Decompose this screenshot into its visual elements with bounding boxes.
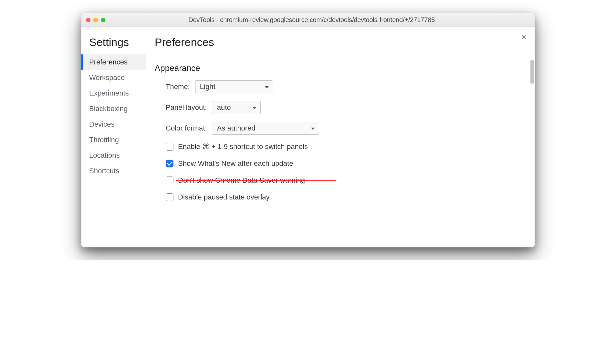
theme-select[interactable]: Light	[195, 80, 273, 93]
window-titlebar: DevTools - chromium-review.googlesource.…	[81, 13, 535, 27]
sidebar-item-label: Shortcuts	[89, 167, 119, 175]
panel-layout-select[interactable]: auto	[212, 101, 261, 114]
theme-value: Light	[200, 83, 216, 91]
color-format-label: Color format:	[166, 124, 207, 132]
sidebar-title: Settings	[81, 33, 146, 54]
sidebar-item-label: Experiments	[89, 89, 129, 97]
checkbox-row-whatsnew: Show What's New after each update	[166, 159, 522, 168]
sidebar-item-locations[interactable]: Locations	[81, 148, 146, 163]
color-format-select[interactable]: As authored	[212, 122, 319, 135]
settings-main: Preferences Appearance Theme: Light Pane…	[146, 27, 535, 247]
sidebar-item-blackboxing[interactable]: Blackboxing	[81, 101, 146, 117]
page-title: Preferences	[155, 36, 522, 56]
window-title: DevTools - chromium-review.googlesource.…	[93, 16, 530, 24]
appearance-heading: Appearance	[155, 63, 522, 73]
sidebar-item-label: Preferences	[89, 58, 128, 66]
sidebar-item-experiments[interactable]: Experiments	[81, 85, 146, 101]
sidebar-item-workspace[interactable]: Workspace	[81, 70, 146, 85]
sidebar-item-shortcuts[interactable]: Shortcuts	[81, 163, 146, 179]
shortcut-checkbox[interactable]	[166, 143, 173, 151]
sidebar-item-throttling[interactable]: Throttling	[81, 132, 146, 148]
datasaver-checkbox[interactable]	[166, 176, 173, 184]
sidebar-item-label: Throttling	[89, 136, 119, 144]
whatsnew-checkbox-label: Show What's New after each update	[178, 159, 293, 168]
theme-label: Theme:	[166, 83, 190, 91]
sidebar-item-label: Devices	[89, 120, 114, 128]
panel-layout-row: Panel layout: auto	[166, 101, 522, 114]
settings-sidebar: Settings Preferences Workspace Experimen…	[81, 27, 146, 247]
checkbox-row-pausedoverlay: Disable paused state overlay	[166, 193, 522, 201]
color-format-value: As authored	[217, 124, 255, 132]
sidebar-item-devices[interactable]: Devices	[81, 117, 146, 132]
strikethrough-annotation	[176, 180, 336, 181]
sidebar-item-label: Blackboxing	[89, 105, 128, 113]
pausedoverlay-checkbox-label: Disable paused state overlay	[178, 193, 270, 201]
app-window: DevTools - chromium-review.googlesource.…	[81, 13, 535, 247]
color-format-row: Color format: As authored	[166, 122, 522, 135]
sidebar-item-label: Workspace	[89, 74, 125, 82]
close-window-button[interactable]	[86, 18, 90, 22]
checkbox-row-shortcut: Enable ⌘ + 1-9 shortcut to switch panels	[166, 142, 522, 151]
sidebar-item-preferences[interactable]: Preferences	[81, 54, 146, 70]
panel-layout-label: Panel layout:	[166, 103, 207, 112]
theme-row: Theme: Light	[166, 80, 522, 93]
shortcut-checkbox-label: Enable ⌘ + 1-9 shortcut to switch panels	[178, 142, 308, 151]
settings-content: × Settings Preferences Workspace Experim…	[81, 27, 535, 247]
panel-layout-value: auto	[217, 103, 231, 111]
pausedoverlay-checkbox[interactable]	[166, 193, 173, 201]
whatsnew-checkbox[interactable]	[166, 160, 173, 167]
checkbox-row-datasaver: Don't show Chrome Data Saver warning	[166, 176, 328, 185]
sidebar-item-label: Locations	[89, 151, 120, 159]
